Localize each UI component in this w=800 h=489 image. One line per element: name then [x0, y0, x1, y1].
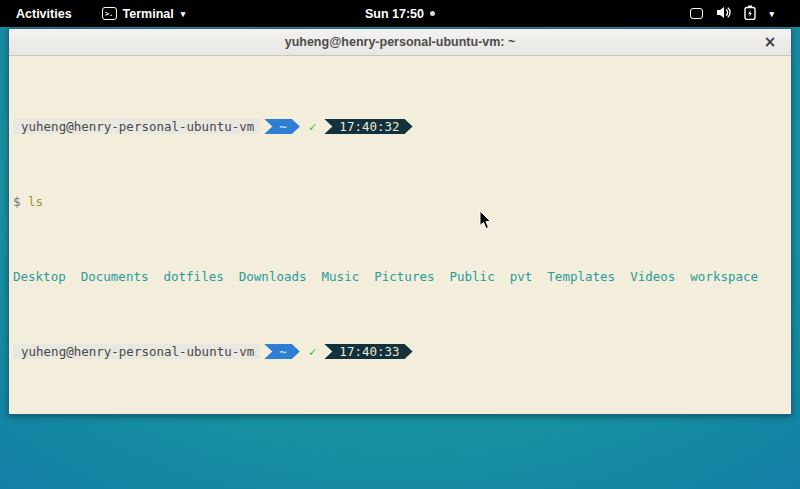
terminal-content[interactable]: yuheng@henry-personal-ubuntu-vm ~ ✓ 17:4… [9, 56, 791, 415]
directory-name: Downloads [239, 269, 307, 284]
system-status-menu[interactable]: ▾ [690, 5, 774, 23]
chevron-down-icon: ▾ [769, 9, 774, 19]
ls-output-line: Desktop Documents dotfiles Downloads Mus… [13, 269, 791, 284]
prompt-line: yuheng@henry-personal-ubuntu-vm ~ ✓ 17:4… [13, 119, 791, 134]
prompt-time-segment: 17:40:33 [324, 344, 412, 359]
display-icon [690, 8, 703, 19]
activities-button[interactable]: Activities [10, 5, 78, 23]
terminal-icon: >. [102, 7, 117, 20]
typed-command: ls [28, 194, 43, 209]
prompt-status-check-icon: ✓ [307, 119, 319, 134]
directory-name: Documents [81, 269, 149, 284]
app-menu-label: Terminal [123, 7, 174, 21]
directory-name: pvt [510, 269, 533, 284]
directory-name: Videos [630, 269, 675, 284]
speaker-icon [716, 6, 731, 22]
clock-menu[interactable]: Sun 17:50 [365, 7, 435, 21]
directory-name: dotfiles [164, 269, 224, 284]
directory-name: Music [322, 269, 360, 284]
directory-name: Desktop [13, 269, 66, 284]
app-menu-terminal[interactable]: >. Terminal ▾ [102, 7, 186, 21]
battery-charging-icon [744, 5, 756, 23]
terminal-window: yuheng@henry-personal-ubuntu-vm: ~ × yuh… [8, 28, 792, 415]
notification-dot-icon [430, 11, 435, 16]
prompt-cwd-segment: ~ [264, 344, 300, 359]
directory-name: Pictures [374, 269, 434, 284]
prompt-user-host: yuheng@henry-personal-ubuntu-vm [13, 344, 260, 359]
prompt-user-host: yuheng@henry-personal-ubuntu-vm [13, 119, 260, 134]
command-line: $ ls [13, 194, 791, 209]
top-bar: Activities >. Terminal ▾ Sun 17:50 ▾ [0, 0, 800, 27]
prompt-cwd-segment: ~ [264, 119, 300, 134]
window-title: yuheng@henry-personal-ubuntu-vm: ~ [285, 35, 516, 49]
clock-label: Sun 17:50 [365, 7, 424, 21]
directory-name: Public [450, 269, 495, 284]
window-titlebar[interactable]: yuheng@henry-personal-ubuntu-vm: ~ × [9, 29, 791, 56]
chevron-down-icon: ▾ [181, 9, 186, 19]
directory-name: Templates [547, 269, 615, 284]
prompt-char: $ [13, 194, 21, 209]
directory-name: workspace [690, 269, 758, 284]
prompt-status-check-icon: ✓ [307, 344, 319, 359]
prompt-line: yuheng@henry-personal-ubuntu-vm ~ ✓ 17:4… [13, 344, 791, 359]
close-icon[interactable]: × [761, 33, 779, 51]
prompt-time-segment: 17:40:32 [324, 119, 412, 134]
